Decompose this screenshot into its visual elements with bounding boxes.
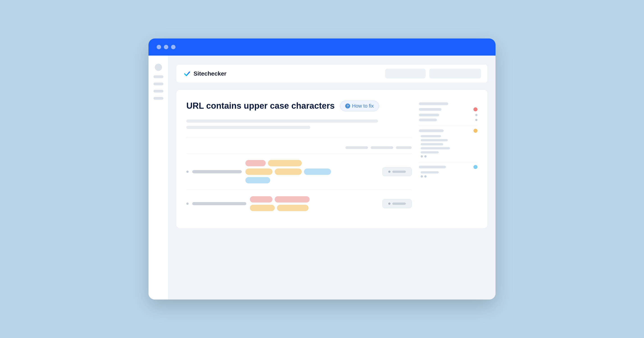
sidebar-nav-item-4[interactable]: [154, 97, 163, 100]
header-button-1[interactable]: [385, 69, 426, 79]
table-header-cells: [301, 146, 412, 149]
action-dot-1: [388, 170, 390, 173]
desc-bar-2: [186, 126, 310, 129]
rp-row-1-1: [419, 102, 478, 105]
row-tags-1: [246, 160, 379, 183]
desc-bar-1: [186, 120, 378, 123]
table-section: [186, 144, 412, 217]
tags-row-2-2: [250, 205, 308, 211]
rp-mini-dot-2: [475, 119, 478, 121]
action-dot-2: [388, 202, 390, 205]
rp-sub-bar-2-3: [421, 143, 443, 145]
row-action-button-1[interactable]: [382, 167, 412, 176]
rp-sub-bar-2-2: [421, 139, 448, 141]
tag-orange-5: [277, 205, 308, 211]
tag-orange-1: [268, 160, 302, 166]
help-icon: ?: [345, 104, 350, 109]
rp-dot-red: [474, 107, 478, 111]
tags-row-1-1: [246, 160, 302, 166]
rp-row-1-2: [419, 107, 478, 111]
rp-dot-orange: [474, 129, 478, 133]
row-indicator-1: [186, 170, 188, 173]
browser-dots: [156, 45, 176, 49]
header-button-2[interactable]: [429, 69, 481, 79]
action-bar-1: [392, 170, 406, 173]
rp-mini-dot-3: [421, 155, 423, 158]
rp-label-3: [419, 114, 439, 116]
how-to-fix-button[interactable]: ? How to fix: [340, 101, 379, 111]
rp-sub-bar-2-1: [421, 135, 441, 137]
rp-group-2: [419, 129, 478, 162]
browser-window: Sitechecker URL contains upper case char…: [148, 38, 496, 300]
tag-orange-4: [250, 205, 275, 211]
rp-label-1: [419, 102, 448, 105]
logo-area: Sitechecker: [183, 69, 382, 78]
browser-body: Sitechecker URL contains upper case char…: [148, 56, 496, 300]
rp-mini-dot-1: [475, 114, 478, 116]
section-divider: [186, 137, 412, 137]
logo-icon: [183, 69, 191, 78]
logo-text: Sitechecker: [194, 70, 226, 77]
tags-row-2-1: [250, 196, 310, 202]
tag-orange-2: [246, 169, 272, 175]
browser-dot-1: [156, 45, 161, 49]
tag-orange-3: [275, 169, 302, 175]
how-to-fix-label: How to fix: [352, 103, 374, 109]
rp-row-3-1: [419, 165, 478, 169]
rp-sub-bar-2-5: [421, 151, 439, 154]
row-indicator-2: [186, 202, 188, 205]
table-header-row: [186, 144, 412, 152]
rp-row-1-4: [419, 119, 478, 121]
tag-pink-2: [250, 196, 272, 202]
rp-label-4: [419, 119, 437, 121]
table-row: [186, 154, 412, 190]
rp-row-3-dots: [421, 175, 478, 177]
rp-label-2: [419, 108, 442, 111]
browser-titlebar: [148, 38, 496, 56]
browser-dot-2: [164, 45, 168, 49]
rp-row-1-3: [419, 114, 478, 116]
rp-dot-blue: [474, 165, 478, 169]
row-action-button-2[interactable]: [382, 199, 412, 208]
issue-header: URL contains upper case characters ? How…: [186, 101, 412, 111]
rp-row-2-dots: [421, 155, 478, 158]
content-card: URL contains upper case characters ? How…: [176, 90, 488, 228]
browser-dot-3: [171, 45, 176, 49]
table-row: [186, 190, 412, 217]
rp-sub-bar-3-1: [421, 171, 439, 173]
tag-blue-1: [304, 169, 331, 175]
rp-sub-bars-2: [419, 135, 478, 158]
rp-group-1: [419, 102, 478, 126]
row-url-bar-2: [192, 202, 246, 205]
rp-label-6: [419, 166, 446, 168]
rp-group-3: [419, 165, 478, 182]
tags-row-1-3: [246, 177, 270, 183]
tags-row-1-2: [246, 169, 331, 175]
action-bar-2: [392, 202, 406, 205]
rp-sub-bar-2-4: [421, 147, 450, 150]
tag-blue-2: [246, 177, 270, 183]
th-cell-2: [371, 146, 393, 149]
rp-mini-dot-4: [424, 155, 426, 158]
left-panel: URL contains upper case characters ? How…: [186, 101, 412, 217]
rp-mini-dot-5: [421, 175, 423, 177]
tag-pink-1: [246, 160, 266, 166]
sidebar-nav-item-2[interactable]: [154, 83, 163, 85]
issue-title: URL contains upper case characters: [186, 101, 334, 111]
sidebar-nav-item-1[interactable]: [154, 75, 163, 78]
rp-mini-dot-6: [424, 175, 426, 177]
tag-pink-3: [275, 196, 310, 202]
row-url-bar-1: [192, 170, 242, 173]
rp-label-5: [419, 129, 444, 132]
svg-rect-0: [183, 69, 191, 78]
description-bars: [186, 120, 412, 129]
header-bar: Sitechecker: [176, 65, 488, 83]
sidebar-avatar: [155, 64, 162, 71]
rp-row-2-1: [419, 129, 478, 133]
right-panel: [419, 101, 478, 217]
sidebar: [148, 56, 168, 300]
th-cell-1: [346, 146, 368, 149]
th-cell-3: [396, 146, 412, 149]
sidebar-nav-item-3[interactable]: [154, 90, 163, 93]
main-content: Sitechecker URL contains upper case char…: [168, 56, 496, 300]
